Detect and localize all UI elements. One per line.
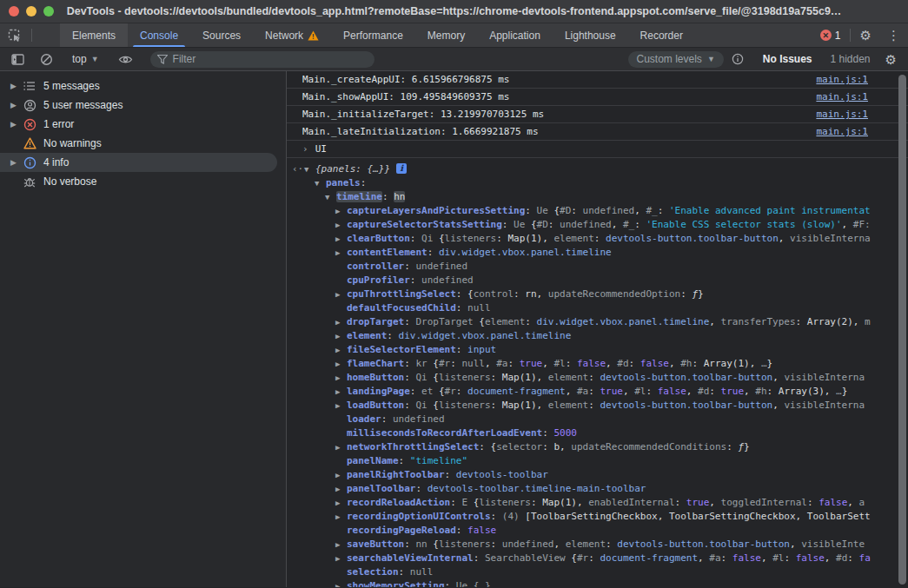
triangle-collapsed-icon[interactable]: ▶ [335,357,347,371]
tree-row[interactable]: ▶fileSelectorElement: input [287,343,908,357]
tree-row[interactable]: ▶contentElement: div.widget.vbox.panel.t… [287,246,908,260]
triangle-collapsed-icon[interactable]: ▶ [335,385,347,399]
triangle-collapsed-icon[interactable]: ▶ [335,218,347,232]
triangle-expanded-icon[interactable]: ▼ [325,190,336,204]
triangle-collapsed-icon[interactable]: ▶ [335,579,347,587]
close-window-button[interactable] [9,6,19,17]
triangle-expanded-icon[interactable]: ▼ [304,162,315,176]
more-options-button[interactable]: ⋮ [879,23,908,47]
info-circle-icon [732,53,744,65]
issues-link[interactable]: No Issues [756,53,819,65]
filter-input[interactable] [173,53,368,65]
tree-row[interactable]: ▶panelToolbar: devtools-toolbar.timeline… [287,482,908,496]
vertical-scrollbar[interactable] [898,75,906,585]
chevron-right-icon[interactable]: ▶ [10,158,23,167]
chevron-right-icon[interactable]: ▶ [10,82,23,90]
triangle-collapsed-icon[interactable]: ▶ [335,315,347,329]
triangle-collapsed-icon[interactable]: ▶ [335,204,347,218]
tree-row[interactable]: ▶recordingOptionUIControls: (4) [Toolbar… [287,510,908,524]
console-message: Main._initializeTarget: 13.219970703125 … [287,106,908,123]
window-title: DevTools - devtools://devtools/bundled/d… [0,5,908,17]
tab-elements[interactable]: Elements [60,23,128,47]
tree-row[interactable]: ▶flameChart: kr {#r: null, #a: true, #l:… [287,357,908,371]
tree-row[interactable]: ▶element: div.widget.vbox.panel.timeline [287,329,908,343]
triangle-collapsed-icon[interactable]: ▶ [335,246,347,260]
tree-row[interactable]: ▼panels: [287,176,908,190]
tree-row[interactable]: ▶recordReloadAction: E {listeners: Map(1… [287,496,908,510]
tree-row[interactable]: ▶loadButton: Qi {listeners: Map(1), elem… [287,399,908,413]
tree-row[interactable]: ▶saveButton: nn {listeners: undefined, e… [287,538,908,552]
tab-performance[interactable]: Performance [331,23,415,47]
settings-button[interactable]: ⚙ [852,23,879,47]
triangle-expanded-icon[interactable]: ▼ [315,176,326,190]
triangle-collapsed-icon[interactable]: ▶ [335,510,347,524]
chevron-right-icon[interactable]: ▶ [10,120,23,129]
tree-row: selection: null [287,565,908,579]
javascript-context-selector[interactable]: top ▼ [65,53,106,65]
clear-console-button[interactable] [32,53,61,66]
source-link[interactable]: main.js:1 [816,89,868,105]
devtools-tab-bar: Elements Console Sources Network Perform… [0,23,908,48]
levels-info-button[interactable] [724,53,752,65]
triangle-collapsed-icon[interactable]: ▶ [335,287,347,301]
triangle-collapsed-icon[interactable]: ▶ [335,232,347,246]
tree-row[interactable]: ▶panelRightToolbar: devtools-toolbar [287,468,908,482]
info-badge[interactable]: i [396,163,407,174]
source-link[interactable]: main.js:1 [816,106,868,122]
source-link[interactable]: main.js:1 [816,123,868,140]
console-settings-button[interactable]: ⚙ [878,53,905,66]
triangle-collapsed-icon[interactable]: ▶ [335,399,347,413]
tree-row[interactable]: ▶homeButton: Qi {listeners: Map(1), elem… [287,371,908,385]
bug-icon [23,175,36,188]
clear-icon [40,53,53,66]
triangle-collapsed-icon[interactable]: ▶ [335,440,347,454]
log-levels-dropdown[interactable]: Custom levels ▼ [628,51,724,68]
tab-sources[interactable]: Sources [190,23,253,47]
tab-network[interactable]: Network [253,23,331,47]
chevron-right-icon[interactable]: ▶ [10,101,23,109]
tab-memory[interactable]: Memory [415,23,477,47]
tree-row[interactable]: ▼timeline: hn [287,190,908,204]
tab-console[interactable]: Console [128,23,190,47]
console-echo-row[interactable]: ›UI [287,141,908,158]
zoom-window-button[interactable] [43,6,54,17]
triangle-collapsed-icon[interactable]: ▶ [335,496,347,510]
tree-row[interactable]: ▶captureLayersAndPicturesSetting: Ue {#D… [287,204,908,218]
tree-row[interactable]: ▶landingPage: et {#r: document-fragment,… [287,385,908,399]
tab-lighthouse[interactable]: Lighthouse [553,23,628,47]
inspect-element-button[interactable] [0,23,30,47]
triangle-collapsed-icon[interactable]: ▶ [335,343,347,357]
source-link[interactable]: main.js:1 [816,71,868,88]
sidebar-item-errors[interactable]: ▶ 1 error [0,115,277,134]
triangle-collapsed-icon[interactable]: ▶ [335,468,347,482]
sidebar-item-warnings[interactable]: No warnings [0,134,277,153]
tree-row[interactable]: ▶networkThrottlingSelect: {selector: b, … [287,440,908,454]
tree-row[interactable]: ▶clearButton: Qi {listeners: Map(1), ele… [287,232,908,246]
tree-row[interactable]: ▶captureSelectorStatsSetting: Ue {#D: un… [287,218,908,232]
sidebar-panel-icon [11,54,24,65]
live-expression-button[interactable] [110,54,141,65]
minimize-window-button[interactable] [26,6,36,17]
tree-row[interactable]: ▶showMemorySetting: Ue {…} [287,579,908,587]
tree-row[interactable]: ▶dropTarget: DropTarget {element: div.wi… [287,315,908,329]
chevron-right-icon: › [302,143,308,155]
error-count-badge[interactable]: ✕ 1 [813,23,848,47]
tab-application[interactable]: Application [477,23,553,47]
triangle-collapsed-icon[interactable]: ▶ [335,552,347,565]
console-sidebar-toggle-button[interactable] [3,54,32,65]
triangle-collapsed-icon[interactable]: ▶ [335,371,347,385]
triangle-collapsed-icon[interactable]: ▶ [335,482,347,496]
error-icon: ✕ [820,30,832,41]
sidebar-item-messages[interactable]: ▶ 5 messages [0,76,277,96]
triangle-collapsed-icon[interactable]: ▶ [335,538,347,552]
tree-row[interactable]: ‹·▼{panels: {…}}i [287,162,908,176]
tree-row[interactable]: ▶cpuThrottlingSelect: {control: rn, upda… [287,287,908,301]
sidebar-item-info[interactable]: ▶ 4 info [0,153,277,172]
triangle-collapsed-icon[interactable]: ▶ [335,329,347,343]
tab-recorder[interactable]: Recorder [628,23,695,47]
tree-row[interactable]: ▶searchableViewInternal: SearchableView … [287,552,908,565]
hidden-messages-count[interactable]: 1 hidden [824,53,878,65]
tree-row: loader: undefined [287,413,908,426]
sidebar-item-verbose[interactable]: No verbose [0,172,277,191]
sidebar-item-user-messages[interactable]: ▶ 5 user messages [0,96,277,115]
